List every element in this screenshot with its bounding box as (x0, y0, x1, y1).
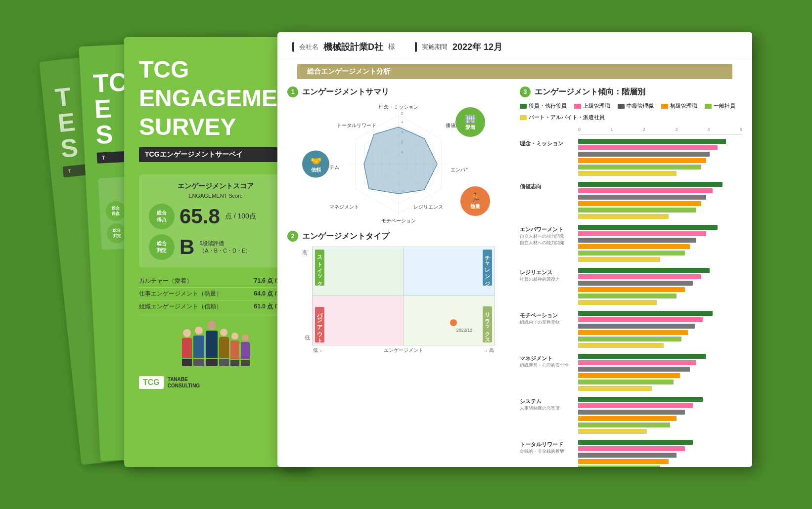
man-sublabel: 組織運営・心理的安全性 (520, 362, 574, 369)
section2-num: 2 (287, 231, 298, 242)
legend-color-2 (574, 104, 581, 109)
bar-row-6: システム 人事諸制度の充実度 (520, 397, 742, 434)
relax-cell: リラックス 2022/12 (404, 296, 495, 345)
legend-label-5: 一般社員 (714, 102, 735, 110)
bar-7-4 (578, 466, 660, 467)
legend-item-2: 上級管理職 (574, 102, 610, 110)
bar-label-5: マネジメント 組織運営・心理的安全性 (520, 354, 574, 369)
burnout-label: バーンアウト (315, 307, 324, 342)
bar-1-2 (578, 195, 706, 200)
bar-5-0 (578, 354, 706, 359)
banner-wrapper: 総合エンゲージメント分析 (277, 64, 752, 79)
company-value: 機械設計業D社 (323, 41, 383, 53)
bar-0-2 (578, 152, 710, 157)
legend-color-3 (618, 104, 625, 109)
grade-desc1: 5段階評価 (199, 240, 251, 247)
section1-num: 1 (287, 86, 298, 97)
bar-3-0 (578, 268, 710, 273)
legend-color-5 (705, 104, 712, 109)
legend-label-2: 上級管理職 (583, 102, 610, 110)
bar-3-2 (578, 281, 693, 286)
bar-0-5 (578, 171, 677, 176)
bars-group-7 (578, 440, 742, 467)
legend: 役員・執行役員 上級管理職 中級管理職 初級管理職 (520, 102, 742, 121)
svg-marker-13 (364, 127, 437, 194)
bars-group-6 (578, 397, 742, 434)
bar-3-1 (578, 274, 701, 279)
score-section: エンゲージメントスコア ENGAGEMENT Score 総合 得点 65.8 … (139, 174, 292, 267)
bar-chart-area: 理念・ミッション 価値志向 (520, 139, 742, 467)
tcg-subtitle: TCGエンゲージメントサーベイ (139, 147, 292, 162)
bars-group-5 (578, 354, 742, 391)
bar-4-0 (578, 311, 713, 316)
left-column: 1 エンゲージメントサマリ (287, 86, 510, 467)
bar-5-5 (578, 386, 652, 391)
bar-1-3 (578, 201, 701, 206)
radar-label-7: システム (329, 165, 339, 170)
bar-2-3 (578, 244, 690, 249)
bar-row-7: トータルリワード 金銭的・非金銭的報酬 (520, 440, 742, 467)
legend-item-6: パート・アルバイト・派遣社員 (520, 114, 605, 121)
stoic-cell: ストイック (313, 247, 404, 296)
bar-label-4: モチベーション 組織内での業務意欲 (520, 311, 574, 326)
section2-title: 2 エンゲージメントタイプ (287, 231, 510, 242)
radar-label-5: モチベーション (381, 218, 416, 223)
person-6 (241, 334, 250, 366)
tcg-engagement: ENGAGEMENT (139, 85, 292, 112)
bar-2-2 (578, 238, 696, 243)
bar-2-1 (578, 231, 706, 236)
main-content: 1 エンゲージメントサマリ (277, 86, 752, 467)
bar-x-axis: 012345 (578, 127, 742, 132)
bar-2-5 (578, 257, 660, 262)
scene: TES T TCES T エンゲージメントスコア ENGAGEMENT Scor… (60, 32, 752, 477)
bar-1-0 (578, 182, 722, 187)
person-2 (193, 327, 204, 366)
dot-label: 2022/12 (456, 328, 473, 333)
sub-score-work: 仕事エンゲージメント（熱量） 64.0 点 /100点 (139, 288, 292, 300)
sub-score-org: 組織エンゲージメント（信頼） 61.0 点 /100点 (139, 300, 292, 313)
bar-2-0 (578, 225, 718, 230)
score-value: 65.8 (180, 205, 220, 228)
person-figures (139, 321, 292, 366)
tcg-title: TCG (139, 57, 292, 83)
bar-0-4 (578, 165, 701, 170)
section-banner: 総合エンゲージメント分析 (297, 64, 732, 79)
svg-text:1: 1 (401, 150, 404, 154)
bar-1-5 (578, 214, 669, 219)
section3-title: 3 エンゲージメント傾向：階層別 (520, 86, 742, 97)
tcg-logo: TCG (139, 376, 164, 389)
legend-item-1: 役員・執行役員 (520, 102, 567, 110)
bar-label-6: システム 人事諸制度の充実度 (520, 397, 574, 412)
bar-5-4 (578, 380, 674, 384)
bar-4-2 (578, 324, 695, 329)
bar-row-1: 価値志向 (520, 182, 742, 219)
card-main: 会社名 機械設計業D社 様 実施期間 2022年 12月 総合エンゲージメント分… (277, 32, 752, 467)
score-en: ENGAGEMENT Score (149, 193, 282, 199)
mid-total-badge: 総合得点 (105, 201, 126, 221)
company-label: 会社名 (299, 42, 318, 51)
bar-5-3 (578, 373, 680, 378)
data-point (450, 319, 457, 326)
score-title: エンゲージメントスコア (149, 182, 282, 191)
radar-label-1: 理念・ミッション (379, 104, 418, 110)
company-bar (292, 42, 294, 52)
bar-1-4 (578, 208, 696, 212)
main-header: 会社名 機械設計業D社 様 実施期間 2022年 12月 (277, 32, 752, 59)
bar-7-2 (578, 453, 677, 458)
bar-2-4 (578, 251, 685, 255)
bar-3-5 (578, 300, 657, 305)
bars-group-1 (578, 182, 742, 219)
radar-container: 1 2 3 4 5 理念・ミッション 価値志向 エンパワーメント レジ (287, 102, 510, 226)
legend-label-4: 初級管理職 (670, 102, 697, 110)
section1-title: 1 エンゲージメントサマリ (287, 86, 510, 97)
svg-text:3: 3 (401, 130, 404, 134)
sys-sublabel: 人事諸制度の充実度 (520, 405, 574, 412)
bar-0-0 (578, 139, 726, 144)
burnout-cell: バーンアウト (313, 296, 404, 345)
bar-label-7: トータルリワード 金銭的・非金銭的報酬 (520, 440, 574, 455)
score-unit: 点 / 100点 (225, 212, 256, 221)
section1: 1 エンゲージメントサマリ (287, 86, 510, 226)
bars-group-4 (578, 311, 742, 348)
bar-1-1 (578, 188, 713, 193)
legend-color-4 (661, 104, 668, 109)
